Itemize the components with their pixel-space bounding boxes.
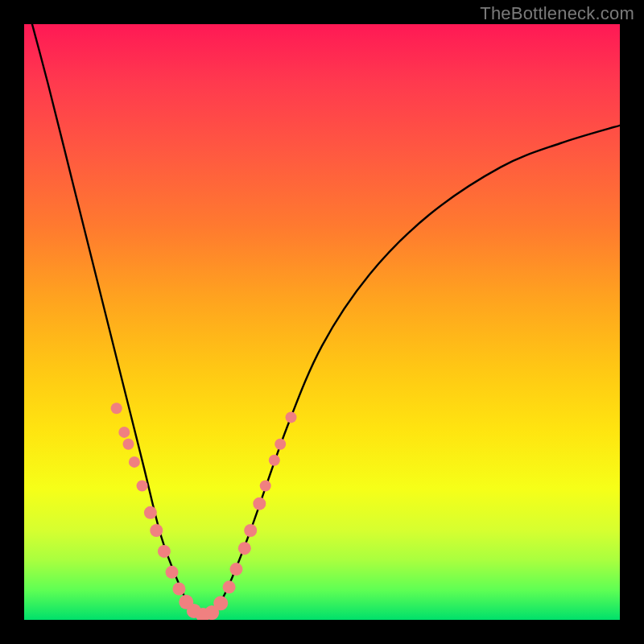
highlight-dot [150, 524, 163, 537]
highlight-dot [123, 439, 134, 450]
highlight-dot [158, 545, 171, 558]
chart-frame: TheBottleneck.com [0, 0, 644, 644]
highlight-dot [260, 481, 271, 492]
highlight-dot [172, 583, 185, 596]
highlight-dot [137, 481, 148, 492]
curve-svg [24, 24, 620, 620]
highlight-dot [129, 456, 140, 468]
highlight-dot [269, 455, 280, 466]
highlight-dot [118, 427, 130, 438]
highlight-dots [111, 402, 297, 620]
watermark-text: TheBottleneck.com [480, 3, 634, 24]
highlight-dot [238, 542, 251, 555]
plot-area [24, 24, 620, 620]
highlight-dot [244, 524, 257, 537]
highlight-dot [111, 402, 122, 414]
highlight-dot [229, 563, 242, 576]
bottleneck-curve [24, 24, 620, 614]
highlight-dot [144, 506, 157, 519]
highlight-dot [223, 580, 236, 593]
highlight-dot [286, 411, 297, 423]
highlight-dot [213, 596, 228, 610]
highlight-dot [166, 566, 179, 579]
highlight-dot [253, 497, 266, 510]
highlight-dot [275, 439, 286, 450]
